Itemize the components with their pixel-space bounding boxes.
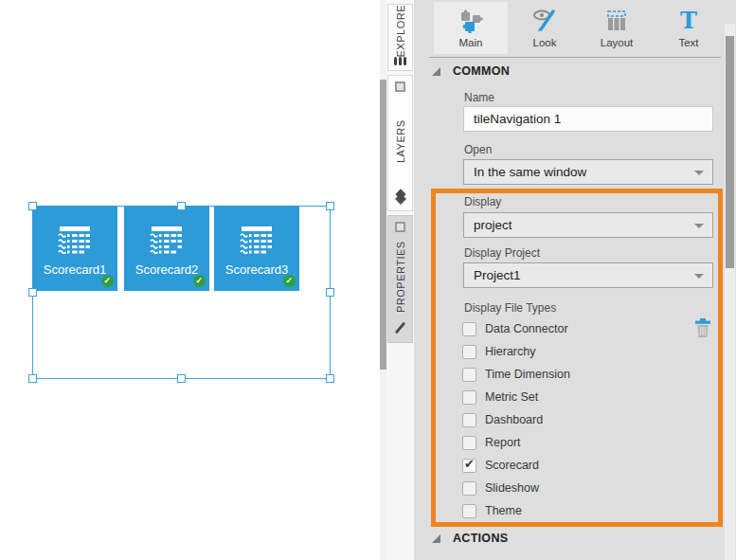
collapse-triangle-icon: [432, 534, 440, 543]
properties-panel: Main Look Layout: [414, 0, 736, 560]
tile-label: Scorecard1: [44, 262, 106, 277]
checkbox[interactable]: [462, 481, 476, 496]
resize-handle-top-center[interactable]: [177, 202, 186, 210]
tab-text[interactable]: T Text: [655, 2, 722, 54]
tab-layout-label: Layout: [601, 37, 634, 48]
section-actions[interactable]: ACTIONS: [432, 532, 508, 545]
resize-handle-middle-right[interactable]: [326, 288, 334, 297]
trash-icon[interactable]: [694, 318, 711, 338]
panel-square-icon: [395, 222, 405, 232]
tab-properties-label: PROPERTIES: [395, 232, 406, 321]
dashboard-designer: Scorecard1: [0, 0, 736, 560]
canvas-scrollbar[interactable]: [380, 0, 386, 560]
tab-explore-label: EXPLORE: [395, 5, 406, 57]
filetype-row-hierarchy[interactable]: Hierarchy: [462, 341, 536, 362]
eye-pen-icon: [532, 8, 557, 33]
checkbox[interactable]: [462, 390, 476, 405]
section-common[interactable]: COMMON: [432, 64, 510, 78]
chevron-down-icon: [694, 224, 704, 228]
filetype-row-time-dimension[interactable]: Time Dimension: [462, 364, 570, 385]
tab-properties[interactable]: PROPERTIES: [387, 215, 413, 343]
checkbox[interactable]: [462, 504, 476, 518]
filetype-row-data-connector[interactable]: Data Connector: [462, 318, 568, 339]
checkbox[interactable]: [462, 436, 476, 450]
design-canvas[interactable]: Scorecard1: [0, 0, 380, 560]
filetype-row-report[interactable]: Report: [462, 432, 521, 453]
resize-handle-bottom-center[interactable]: [177, 374, 186, 383]
tab-look[interactable]: Look: [512, 2, 578, 54]
filetype-row-theme[interactable]: Theme: [462, 500, 522, 521]
section-actions-title: ACTIONS: [453, 532, 508, 545]
display-project-value: Project1: [474, 268, 521, 282]
open-label: Open: [464, 143, 492, 156]
checkbox[interactable]: [462, 322, 476, 336]
filetype-row-scorecard[interactable]: Scorecard: [462, 455, 539, 476]
panel-scrollbar-thumb[interactable]: [726, 36, 734, 268]
checkbox-label: Report: [485, 436, 521, 449]
resize-handle-middle-left[interactable]: [28, 288, 37, 297]
tab-look-label: Look: [533, 37, 557, 48]
resize-handle-bottom-right[interactable]: [326, 374, 334, 383]
tab-layers-label: LAYERS: [395, 92, 406, 190]
display-value: project: [474, 218, 512, 232]
check-badge-icon: [193, 275, 206, 287]
resize-handle-top-right[interactable]: [326, 202, 334, 210]
checkbox-label: Slideshow: [485, 481, 539, 495]
tab-text-label: Text: [678, 37, 698, 48]
tile-scorecard1[interactable]: Scorecard1: [32, 206, 117, 291]
tab-explore[interactable]: EXPLORE: [387, 4, 413, 71]
section-common-title: COMMON: [453, 64, 510, 78]
text-T-icon: T: [680, 8, 697, 33]
tab-layout[interactable]: Layout: [583, 2, 651, 54]
toolbar-divider: [429, 57, 721, 58]
checkbox-label: Time Dimension: [485, 368, 570, 381]
filetype-row-slideshow[interactable]: Slideshow: [462, 478, 539, 498]
check-badge-icon: [283, 275, 296, 287]
name-value: tileNavigation 1: [474, 112, 561, 126]
side-tab-strip: EXPLORE LAYERS PROPERTIES: [386, 0, 414, 560]
display-label: Display: [464, 195, 501, 208]
chevron-down-icon: [694, 274, 704, 279]
tile-label: Scorecard2: [135, 262, 198, 277]
tile-scorecard3[interactable]: Scorecard3: [214, 206, 299, 291]
canvas-scrollbar-thumb[interactable]: [380, 80, 386, 370]
checkbox[interactable]: [462, 413, 476, 427]
pen-icon: [395, 322, 405, 334]
panel-square-icon: [395, 81, 405, 92]
chevron-down-icon: [694, 171, 704, 175]
name-input[interactable]: tileNavigation 1: [463, 106, 713, 132]
checkbox[interactable]: [462, 368, 476, 382]
display-file-types-label: Display File Types: [464, 301, 556, 315]
resize-handle-bottom-left[interactable]: [28, 374, 37, 383]
checkbox-label: Hierarchy: [485, 345, 536, 358]
panel-scrollbar[interactable]: [725, 24, 735, 560]
filetype-row-metric-set[interactable]: Metric Set: [462, 387, 538, 407]
tile-scorecard2[interactable]: Scorecard2: [124, 206, 209, 291]
scorecard-icon: [237, 226, 277, 254]
checkbox-label: Data Connector: [485, 322, 568, 335]
tab-main[interactable]: Main: [434, 2, 508, 54]
filetype-row-dashboard[interactable]: Dashboard: [462, 409, 543, 430]
name-label: Name: [464, 91, 494, 104]
checkbox-label: Dashboard: [485, 413, 543, 426]
check-badge-icon: [101, 275, 114, 287]
display-dropdown[interactable]: project: [463, 212, 713, 238]
layers-diamond-icon: [394, 190, 407, 205]
tab-main-label: Main: [459, 37, 483, 48]
checkbox-label: Scorecard: [485, 459, 539, 472]
tile-label: Scorecard3: [225, 262, 288, 277]
scorecard-icon: [55, 226, 95, 254]
open-dropdown[interactable]: In the same window: [463, 159, 713, 185]
puzzle-icon: [458, 8, 483, 33]
resize-handle-top-left[interactable]: [28, 202, 37, 210]
open-value: In the same window: [474, 165, 586, 179]
display-project-label: Display Project: [464, 246, 540, 260]
columns-icon: [604, 8, 629, 33]
tab-layers[interactable]: LAYERS: [387, 75, 413, 211]
scorecard-icon: [147, 226, 187, 254]
checkbox[interactable]: [462, 459, 476, 473]
checkbox[interactable]: [462, 345, 476, 359]
explore-bars-icon: [394, 57, 406, 65]
checkbox-label: Metric Set: [485, 390, 538, 404]
display-project-dropdown[interactable]: Project1: [463, 262, 713, 288]
